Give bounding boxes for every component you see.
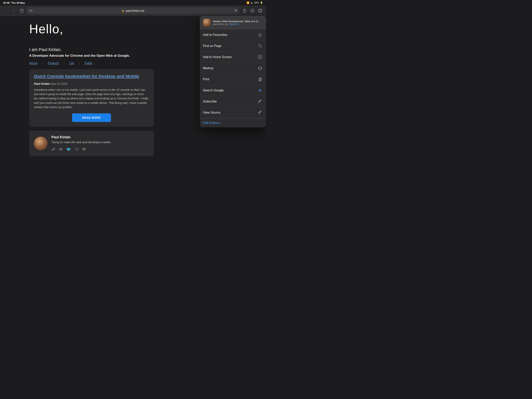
tabs-button[interactable] <box>257 7 264 14</box>
find-on-page-item[interactable]: Find on Page <box>200 40 266 52</box>
browser-actions <box>241 7 264 14</box>
nav-projects[interactable]: Projects <box>43 62 64 65</box>
signal-icon: ▲ <box>251 1 253 4</box>
view-source-label: View Source <box>203 111 221 114</box>
author-info: Paul Kinlan Trying to make the web and d… <box>51 135 111 152</box>
twitter-icon[interactable]: 🐦 <box>66 147 71 152</box>
status-date: Thu 28 May <box>11 1 25 4</box>
forward-button[interactable]: › <box>11 8 17 14</box>
svg-line-11 <box>261 46 262 48</box>
subscribe-label: Subscribe <box>203 100 217 103</box>
status-time: 20:48 <box>3 1 10 4</box>
svg-point-10 <box>259 45 261 47</box>
author-avatar <box>34 137 48 150</box>
nav-home[interactable]: Home <box>29 62 42 65</box>
battery-icon: 🔋 <box>260 1 263 4</box>
search-google-item[interactable]: Search Google G <box>200 85 266 96</box>
star-icon <box>257 32 263 38</box>
lock-icon: 🔒 <box>121 9 124 12</box>
new-tab-button[interactable] <box>249 7 256 14</box>
svg-rect-8 <box>259 9 262 12</box>
print-item[interactable]: Print <box>200 74 266 85</box>
google-icon: G <box>257 88 263 93</box>
status-right: 📶 ▲ 32% 🔋 <box>247 1 263 4</box>
hello-title: Hello, <box>29 22 63 36</box>
add-to-favourites-item[interactable]: Add to Favourites <box>200 29 266 40</box>
back-button[interactable]: ‹ <box>2 8 9 14</box>
subscribe-item[interactable]: Subscribe <box>200 96 266 107</box>
menu-header-domain: paul.kinlan.me <box>213 23 228 26</box>
markup-label: Markup <box>203 66 213 70</box>
plus-square-icon <box>257 54 263 60</box>
read-more-button[interactable]: READ MORE <box>72 113 111 122</box>
svg-rect-7 <box>258 10 261 12</box>
nav-twitter[interactable]: Twitte <box>80 62 97 65</box>
edit-actions-item[interactable]: Edit Actions... <box>200 118 266 127</box>
article-meta: Paul Kinlan May 21 2020 <box>34 82 149 85</box>
svg-point-20 <box>260 101 260 102</box>
medium-icon[interactable]: M <box>82 147 86 152</box>
browser-toolbar: ‹ › AA 🔒 paul.kinlan.me ↻ <box>0 6 266 16</box>
menu-header-url: paul.kinlan.me Options > <box>213 23 263 26</box>
aa-label: AA <box>29 9 32 12</box>
markup-item[interactable]: Markup <box>200 63 266 74</box>
find-on-page-label: Find on Page <box>203 44 222 48</box>
reload-button[interactable]: ↻ <box>235 9 237 13</box>
menu-header-avatar <box>203 19 211 26</box>
article-card: Quick Console bookmarklet for Desktop an… <box>29 69 154 127</box>
add-to-favourites-label: Add to Favourites <box>203 33 227 37</box>
subscribe-icon <box>257 99 263 104</box>
rss-icon[interactable]: ☍ <box>51 147 55 152</box>
menu-header-title: Modern Web Development: Tales of a D... <box>213 20 263 23</box>
options-link[interactable]: Options > <box>229 23 239 26</box>
url-text: paul.kinlan.me <box>126 9 145 12</box>
status-bar: 20:48 Thu 28 May 📶 ▲ 32% 🔋 <box>0 0 266 6</box>
share-button[interactable] <box>241 7 248 14</box>
menu-header: Modern Web Development: Tales of a D... … <box>200 16 266 29</box>
wifi-icon: 📶 <box>247 1 249 4</box>
author-row: Paul Kinlan Trying to make the web and d… <box>34 135 149 152</box>
svg-point-21 <box>260 112 260 113</box>
menu-header-info: Modern Web Development: Tales of a D... … <box>213 20 263 26</box>
battery-label: 32% <box>254 1 259 4</box>
github-icon[interactable]: ⬡ <box>75 147 78 152</box>
context-menu: Modern Web Development: Tales of a D... … <box>200 16 266 127</box>
article-date-val: May 21 2020 <box>51 82 68 85</box>
email-icon[interactable]: ✉ <box>59 147 63 152</box>
search-google-label: Search Google <box>203 89 224 92</box>
svg-point-19 <box>261 79 261 79</box>
view-source-icon <box>257 110 263 115</box>
svg-rect-0 <box>20 9 23 12</box>
article-author: Paul Kinlan <box>34 82 50 85</box>
markup-icon <box>257 65 263 71</box>
address-bar[interactable]: AA 🔒 paul.kinlan.me ↻ <box>27 7 239 14</box>
add-to-home-screen-item[interactable]: Add to Home Screen <box>200 52 266 63</box>
author-card: Paul Kinlan Trying to make the web and d… <box>29 130 154 156</box>
bookmarks-button[interactable] <box>19 8 25 14</box>
author-name: Paul Kinlan <box>51 135 111 139</box>
edit-actions-label: Edit Actions... <box>203 121 222 125</box>
view-source-item[interactable]: View Source <box>200 107 266 118</box>
author-tagline: Trying to make the web and developers be… <box>51 141 111 144</box>
main-content: Hello, I am Paul Kinlan. A Developer Adv… <box>0 16 266 200</box>
nav-life[interactable]: Life <box>64 62 79 65</box>
social-icons: ☍ ✉ 🐦 ⬡ M <box>51 147 111 152</box>
add-to-home-screen-label: Add to Home Screen <box>203 55 232 59</box>
article-excerpt: Sometimes when I am on my mobile, I just… <box>34 88 149 109</box>
svg-marker-9 <box>258 33 262 37</box>
print-icon <box>257 77 263 82</box>
article-title[interactable]: Quick Console bookmarklet for Desktop an… <box>34 74 149 79</box>
header-text: Hello, <box>29 22 63 36</box>
print-label: Print <box>203 77 209 81</box>
search-icon <box>257 43 263 49</box>
